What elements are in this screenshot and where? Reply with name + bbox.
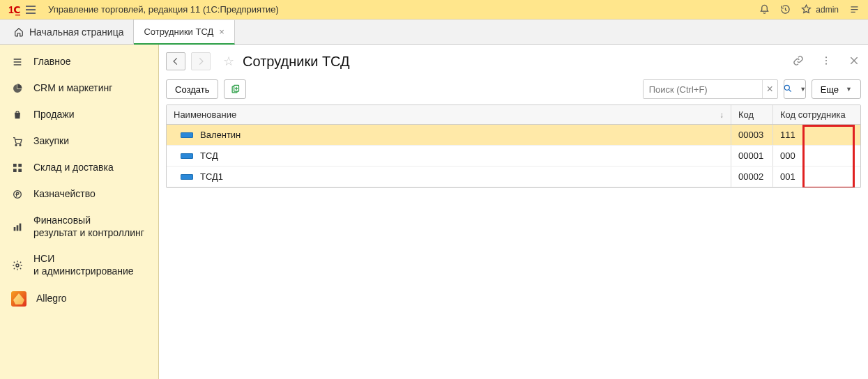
magnifier-icon bbox=[783, 84, 793, 95]
copy-button[interactable] bbox=[224, 79, 246, 99]
cell-emp-code: 001 bbox=[773, 167, 860, 187]
svg-point-0 bbox=[15, 144, 17, 146]
folder-item-icon bbox=[181, 153, 193, 159]
sidebar-item-warehouse[interactable]: Склад и доставка bbox=[0, 155, 158, 181]
sidebar: Главное CRM и маркетинг Продажи Закупки … bbox=[0, 45, 159, 379]
cell-value: ТСД bbox=[200, 150, 218, 161]
link-icon[interactable] bbox=[793, 55, 805, 68]
column-emp-code[interactable]: Код сотрудника bbox=[773, 105, 860, 124]
bars-icon bbox=[11, 221, 24, 233]
sidebar-item-label: Финансовый результат и контроллинг bbox=[33, 215, 144, 239]
page-title: Сотрудники ТСД bbox=[243, 54, 350, 70]
main-panel: ☆ Сотрудники ТСД Создать × bbox=[159, 45, 868, 379]
toolbar: Создать × ▼ Еще ▼ bbox=[166, 75, 861, 103]
cell-value: ТСД1 bbox=[200, 171, 223, 182]
search-input[interactable] bbox=[644, 80, 762, 98]
star-icon[interactable] bbox=[800, 4, 812, 15]
cell-code: 00001 bbox=[731, 146, 773, 166]
home-tab-label: Начальная страница bbox=[29, 26, 123, 38]
svg-rect-5 bbox=[18, 169, 22, 172]
table: Наименование ↓ Код Код сотрудника Валент… bbox=[166, 105, 861, 188]
home-icon bbox=[14, 27, 24, 37]
cart-icon bbox=[11, 135, 24, 148]
table-row[interactable]: ТСД00001000 bbox=[167, 146, 860, 167]
home-tab[interactable]: Начальная страница bbox=[4, 20, 134, 44]
table-row[interactable]: ТСД100002001 bbox=[167, 167, 860, 187]
sidebar-item-sales[interactable]: Продажи bbox=[0, 102, 158, 128]
folder-item-icon bbox=[181, 132, 193, 138]
allegro-icon bbox=[11, 291, 26, 307]
svg-rect-3 bbox=[18, 164, 22, 167]
copy-new-icon bbox=[230, 84, 241, 95]
svg-point-10 bbox=[16, 264, 19, 267]
bell-icon[interactable] bbox=[759, 4, 770, 15]
create-button-label: Создать bbox=[175, 84, 209, 95]
search-box[interactable]: × bbox=[643, 79, 778, 99]
kebab-icon[interactable] bbox=[821, 55, 833, 68]
more-button[interactable]: Еще ▼ bbox=[812, 79, 861, 99]
sidebar-item-label: Закупки bbox=[33, 135, 69, 148]
app-title: Управление торговлей, редакция 11 (1С:Пр… bbox=[48, 4, 279, 15]
column-code[interactable]: Код bbox=[731, 105, 773, 124]
svg-point-13 bbox=[825, 63, 827, 65]
sidebar-item-crm[interactable]: CRM и маркетинг bbox=[0, 75, 158, 102]
tab-label: Сотрудники ТСД bbox=[144, 26, 213, 37]
hamburger-icon[interactable] bbox=[26, 6, 36, 14]
more-button-label: Еще bbox=[821, 84, 839, 95]
svg-rect-8 bbox=[17, 225, 19, 231]
sidebar-item-treasury[interactable]: Казначейство bbox=[0, 181, 158, 208]
tab-employees-tsd[interactable]: Сотрудники ТСД × bbox=[134, 20, 234, 45]
sidebar-item-label: Главное bbox=[33, 56, 71, 68]
svg-point-1 bbox=[20, 144, 21, 146]
sidebar-item-finance[interactable]: Финансовый результат и контроллинг bbox=[0, 208, 158, 246]
sidebar-item-nsi[interactable]: НСИ и администрирование bbox=[0, 246, 158, 284]
nav-back-button[interactable] bbox=[166, 52, 185, 70]
column-label: Наименование bbox=[174, 109, 236, 120]
tab-close-icon[interactable]: × bbox=[219, 26, 224, 37]
cell-name: Валентин bbox=[167, 125, 731, 145]
sidebar-item-label: CRM и маркетинг bbox=[33, 82, 112, 95]
table-row[interactable]: Валентин00003111 bbox=[167, 125, 860, 146]
history-icon[interactable] bbox=[779, 4, 791, 15]
titlebar: 1C̲ Управление торговлей, редакция 11 (1… bbox=[0, 0, 868, 20]
svg-rect-7 bbox=[14, 227, 16, 231]
sidebar-item-label: НСИ и администрирование bbox=[33, 253, 134, 277]
folder-item-icon bbox=[181, 174, 193, 180]
cell-emp-code: 000 bbox=[773, 146, 860, 166]
sidebar-item-main[interactable]: Главное bbox=[0, 49, 158, 75]
favorite-star-icon[interactable]: ☆ bbox=[223, 54, 234, 69]
svg-point-12 bbox=[825, 60, 827, 61]
arrow-left-icon bbox=[171, 56, 181, 66]
svg-rect-2 bbox=[13, 164, 17, 167]
create-button[interactable]: Создать bbox=[166, 79, 218, 99]
search-clear-button[interactable]: × bbox=[762, 80, 777, 98]
column-label: Код сотрудника bbox=[780, 109, 846, 120]
cell-emp-code: 111 bbox=[773, 125, 860, 145]
arrow-right-icon bbox=[196, 56, 206, 66]
svg-point-11 bbox=[825, 56, 827, 58]
advanced-search-button[interactable]: ▼ bbox=[784, 79, 806, 99]
gear-icon bbox=[11, 259, 24, 272]
column-name[interactable]: Наименование ↓ bbox=[167, 105, 731, 124]
pie-icon bbox=[11, 82, 24, 95]
svg-rect-4 bbox=[13, 169, 17, 172]
sidebar-item-label: Продажи bbox=[33, 109, 74, 121]
sidebar-item-purchases[interactable]: Закупки bbox=[0, 128, 158, 155]
cell-name: ТСД1 bbox=[167, 167, 731, 187]
svg-point-16 bbox=[785, 85, 790, 90]
nav-forward-button bbox=[191, 52, 211, 70]
app-logo: 1C̲ bbox=[8, 4, 20, 15]
caret-down-icon: ▼ bbox=[800, 86, 806, 93]
svg-rect-9 bbox=[20, 223, 22, 231]
cell-name: ТСД bbox=[167, 146, 731, 166]
settings-lines-icon[interactable] bbox=[848, 4, 860, 15]
cell-code: 00003 bbox=[731, 125, 773, 145]
sort-asc-icon: ↓ bbox=[719, 110, 724, 120]
sidebar-item-allegro[interactable]: Allegro bbox=[0, 284, 158, 314]
bag-icon bbox=[11, 109, 24, 121]
cell-value: Валентин bbox=[200, 130, 241, 140]
grid-icon bbox=[11, 162, 24, 174]
sidebar-item-label: Склад и доставка bbox=[33, 162, 114, 174]
coin-icon bbox=[11, 188, 24, 201]
close-icon[interactable] bbox=[848, 55, 861, 68]
